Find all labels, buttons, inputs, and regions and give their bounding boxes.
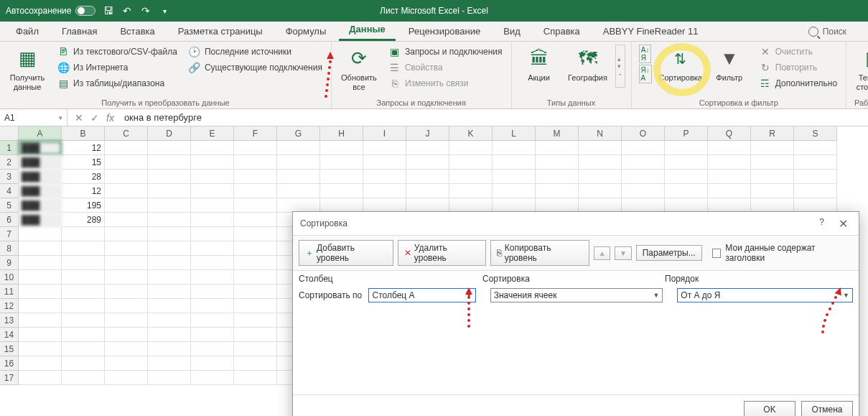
cell[interactable] xyxy=(579,170,622,184)
name-box[interactable]: A1 ▾ xyxy=(0,109,67,126)
undo-icon[interactable]: ↶ xyxy=(121,5,133,17)
column-header[interactable]: M xyxy=(536,126,579,140)
cell[interactable] xyxy=(19,371,62,385)
move-up-button[interactable]: ▲ xyxy=(594,246,610,260)
cell[interactable] xyxy=(751,198,794,213)
cell[interactable] xyxy=(62,371,105,385)
cell[interactable] xyxy=(536,170,579,184)
cell[interactable] xyxy=(148,170,191,184)
cell[interactable] xyxy=(622,184,665,198)
row-header[interactable]: 13 xyxy=(0,313,18,328)
cell[interactable]: 15 xyxy=(62,155,105,170)
cell[interactable] xyxy=(62,313,105,328)
cell[interactable] xyxy=(234,213,277,227)
cell[interactable] xyxy=(62,328,105,342)
cell[interactable] xyxy=(148,198,191,213)
tab-formulas[interactable]: Формулы xyxy=(276,22,337,41)
cell[interactable] xyxy=(234,285,277,299)
row-header[interactable]: 7 xyxy=(0,227,18,241)
cell[interactable] xyxy=(363,155,406,170)
cell[interactable] xyxy=(622,155,665,170)
sort-button[interactable]: ⇅ Сортировка xyxy=(659,45,702,83)
cell[interactable] xyxy=(105,270,148,285)
fx-icon[interactable]: fx xyxy=(106,112,114,124)
tab-file[interactable]: Файл xyxy=(6,22,49,41)
cell[interactable] xyxy=(449,155,493,170)
tab-insert[interactable]: Вставка xyxy=(110,22,164,41)
cell[interactable] xyxy=(579,155,622,170)
cell[interactable] xyxy=(148,141,191,155)
cell[interactable] xyxy=(708,184,751,198)
cell[interactable] xyxy=(234,342,277,356)
sort-za-icon[interactable]: Я↓А xyxy=(639,65,652,83)
autosave-toggle[interactable]: Автосохранение xyxy=(6,6,95,16)
cell[interactable] xyxy=(579,141,622,155)
cell[interactable] xyxy=(191,184,234,198)
cell[interactable] xyxy=(536,198,579,213)
cell[interactable] xyxy=(148,342,191,356)
cell[interactable] xyxy=(105,342,148,356)
column-header[interactable]: E xyxy=(191,126,234,140)
column-header[interactable]: J xyxy=(406,126,449,140)
cell[interactable] xyxy=(19,285,62,299)
tab-view[interactable]: Вид xyxy=(493,22,531,41)
cell[interactable] xyxy=(665,170,708,184)
cell[interactable] xyxy=(363,184,406,198)
cell[interactable] xyxy=(794,184,837,198)
dialog-help-button[interactable]: ? xyxy=(819,217,824,231)
formula-input[interactable]: окна в петербурге xyxy=(121,112,202,123)
cell[interactable] xyxy=(191,285,234,299)
row-header[interactable]: 2 xyxy=(0,155,18,170)
column-header[interactable]: H xyxy=(320,126,363,140)
column-header[interactable]: L xyxy=(493,126,536,140)
cell[interactable] xyxy=(234,328,277,342)
cell[interactable] xyxy=(277,141,320,155)
queries-connections-button[interactable]: ▣Запросы и подключения xyxy=(386,45,505,59)
cell[interactable] xyxy=(665,155,708,170)
cell[interactable] xyxy=(277,198,320,213)
cell[interactable] xyxy=(19,328,62,342)
column-header[interactable]: R xyxy=(751,126,794,140)
cell[interactable] xyxy=(320,170,363,184)
cancel-button[interactable]: Отмена xyxy=(801,401,853,416)
row-header[interactable]: 6 xyxy=(0,213,18,227)
cell[interactable] xyxy=(665,198,708,213)
tab-home[interactable]: Главная xyxy=(52,22,107,41)
row-header[interactable]: 3 xyxy=(0,170,18,184)
dialog-titlebar[interactable]: Сортировка ? ✕ xyxy=(293,212,859,235)
cell[interactable] xyxy=(105,184,148,198)
cell[interactable] xyxy=(320,198,363,213)
cancel-icon[interactable]: ✕ xyxy=(75,112,83,124)
recent-sources-button[interactable]: 🕑Последние источники xyxy=(186,45,325,59)
cell[interactable]: 28 xyxy=(62,170,105,184)
cell[interactable] xyxy=(62,299,105,313)
cell[interactable] xyxy=(148,241,191,256)
cell[interactable] xyxy=(234,141,277,155)
column-header[interactable]: F xyxy=(234,126,277,140)
cell[interactable] xyxy=(19,356,62,371)
row-header[interactable]: 10 xyxy=(0,270,18,285)
has-headers-checkbox[interactable]: Мои данные содержат заголовки xyxy=(712,243,853,263)
cell[interactable] xyxy=(148,356,191,371)
row-header[interactable]: 14 xyxy=(0,328,18,342)
cell[interactable] xyxy=(234,371,277,385)
move-down-button[interactable]: ▼ xyxy=(615,246,631,260)
enter-icon[interactable]: ✓ xyxy=(90,112,99,124)
checkbox-icon[interactable] xyxy=(712,249,722,258)
cell[interactable] xyxy=(406,198,449,213)
cell[interactable] xyxy=(493,141,536,155)
column-header[interactable]: S xyxy=(794,126,837,140)
cell[interactable] xyxy=(320,184,363,198)
cell[interactable] xyxy=(234,184,277,198)
cell[interactable] xyxy=(320,155,363,170)
cell[interactable]: ███ xyxy=(19,155,62,170)
column-header[interactable]: P xyxy=(665,126,708,140)
tab-help[interactable]: Справка xyxy=(533,22,590,41)
cell[interactable]: 195 xyxy=(62,198,105,213)
cell[interactable] xyxy=(449,141,493,155)
cell[interactable]: 12 xyxy=(62,141,105,155)
cell[interactable] xyxy=(105,256,148,270)
cell[interactable] xyxy=(449,198,493,213)
tab-layout[interactable]: Разметка страницы xyxy=(168,22,273,41)
cell[interactable] xyxy=(406,155,449,170)
